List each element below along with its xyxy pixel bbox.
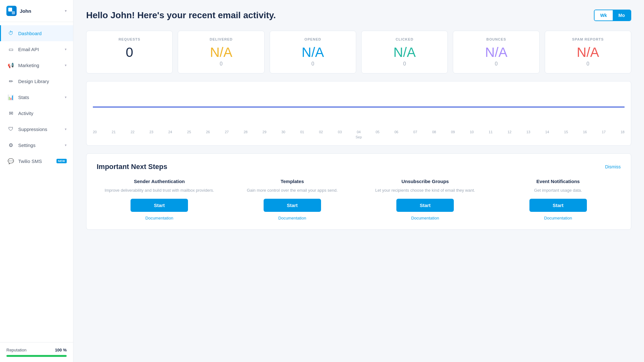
sidebar-item-email-api[interactable]: ▭Email API▾ [0,41,73,57]
nav-chevron-icon-stats: ▾ [65,95,67,99]
dismiss-button[interactable]: Dismiss [605,164,621,169]
stat-card-clicked: CLICKEDN/A0 [361,31,448,73]
stats-icon: 📊 [7,94,14,101]
step-title-unsubscribe-groups: Unsubscribe Groups [401,179,449,184]
chart-axis-label: 12 [507,130,511,134]
step-col-event-notifications: Event NotificationsGet important usage d… [496,179,621,220]
chart-axis-label: 23 [149,130,153,134]
chart-axis-label: 14 [545,130,549,134]
step-title-event-notifications: Event Notifications [536,179,580,184]
chart-axis-label: 02 [319,130,323,134]
stat-card-bounces: BOUNCESN/A0 [453,31,539,73]
step-col-unsubscribe-groups: Unsubscribe GroupsLet your recipients ch… [363,179,488,220]
chart-axis-label: 20 [93,130,97,134]
chart-x-axis: 2021222324252627282930010203040506070809… [93,127,625,134]
logo-icon [6,6,17,16]
step-doc-link-templates[interactable]: Documentation [278,216,306,220]
step-desc-unsubscribe-groups: Let your recipients choose the kind of e… [375,187,475,194]
step-desc-templates: Gain more control over the email your ap… [247,187,338,194]
chart-axis-label: 17 [602,130,606,134]
sidebar-item-suppressions[interactable]: 🛡Suppressions▾ [0,121,73,137]
main-content: Hello John! Here's your recent email act… [73,0,644,362]
stat-card-spam-reports: SPAM REPORTSN/A0 [545,31,631,73]
nav-chevron-icon-marketing: ▾ [65,63,67,67]
nav-chevron-icon-settings: ▾ [65,143,67,147]
next-steps-header: Important Next Steps Dismiss [97,163,621,171]
chart-svg [93,88,625,126]
stat-sub-opened: 0 [278,61,348,67]
page-title: Hello John! Here's your recent email act… [86,10,276,20]
stat-value-opened: N/A [278,46,348,59]
stat-label-bounces: BOUNCES [461,37,531,41]
chart-axis-label: 18 [621,130,625,134]
chart-axis-label: 30 [281,130,285,134]
twilio-sms-icon: 💬 [7,158,14,165]
step-title-templates: Templates [281,179,304,184]
sidebar-item-dashboard[interactable]: ⏱Dashboard [0,25,73,41]
next-steps-card: Important Next Steps Dismiss Sender Auth… [86,153,631,230]
steps-grid: Sender AuthenticationImprove deliverabil… [97,179,621,220]
step-start-button-sender-auth[interactable]: Start [131,199,188,212]
sidebar-item-label-stats: Stats [18,95,65,100]
step-start-button-templates[interactable]: Start [264,199,321,212]
chart-axis-label: 07 [413,130,417,134]
chart-axis-label: 11 [489,130,492,134]
sidebar-item-activity[interactable]: ✉Activity [0,105,73,121]
time-toggle: Wk Mo [594,10,631,21]
nav-chevron-icon-suppressions: ▾ [65,127,67,131]
stats-row: REQUESTS0DELIVEREDN/A0OPENEDN/A0CLICKEDN… [86,31,631,73]
step-col-templates: TemplatesGain more control over the emai… [230,179,355,220]
sidebar-item-label-twilio-sms: Twilio SMS [18,158,55,164]
reputation-pct: 100 % [55,348,67,352]
sidebar-logo[interactable]: John ▾ [0,0,73,22]
sidebar-item-label-dashboard: Dashboard [18,31,67,36]
stat-label-requests: REQUESTS [94,37,165,41]
dashboard-icon: ⏱ [7,30,14,37]
sidebar-footer: Reputation 100 % [0,342,73,362]
time-mo-button[interactable]: Mo [613,10,631,20]
stat-value-delivered: N/A [186,46,256,59]
chart-axis-label: 15 [564,130,568,134]
step-title-sender-auth: Sender Authentication [134,179,185,184]
chart-axis-label: 05 [376,130,379,134]
chart-axis-label: 03 [338,130,342,134]
sidebar-item-label-suppressions: Suppressions [18,127,65,132]
stat-value-spam-reports: N/A [553,46,623,59]
step-start-button-unsubscribe-groups[interactable]: Start [396,199,454,212]
step-doc-link-event-notifications[interactable]: Documentation [544,216,572,220]
time-wk-button[interactable]: Wk [595,10,613,20]
next-steps-title: Important Next Steps [97,163,167,171]
activity-icon: ✉ [7,110,14,117]
sidebar-item-label-settings: Settings [18,142,65,148]
step-desc-sender-auth: Improve deliverability and build trust w… [105,187,214,194]
chart-axis-label: 06 [394,130,398,134]
chart-axis-label: 01 [300,130,304,134]
sidebar-item-design-library[interactable]: ✏Design Library [0,73,73,89]
email-api-icon: ▭ [7,46,14,53]
stat-label-delivered: DELIVERED [186,37,256,41]
sidebar-item-marketing[interactable]: 📢Marketing▾ [0,57,73,73]
step-doc-link-unsubscribe-groups[interactable]: Documentation [411,216,439,220]
chart-axis-label: 22 [131,130,134,134]
sidebar-item-twilio-sms[interactable]: 💬Twilio SMSNEW [0,153,73,169]
stat-label-opened: OPENED [278,37,348,41]
page-header: Hello John! Here's your recent email act… [86,10,631,21]
stat-card-requests: REQUESTS0 [86,31,173,73]
sidebar-item-settings[interactable]: ⚙Settings▾ [0,137,73,153]
chart-axis-label: 24 [168,130,172,134]
step-doc-link-sender-auth[interactable]: Documentation [146,216,173,220]
reputation-progress-fill [6,355,67,357]
stat-sub-spam-reports: 0 [553,61,623,67]
reputation-label: Reputation [6,348,26,352]
chart-axis-label: 13 [526,130,530,134]
sidebar-nav: ⏱Dashboard▭Email API▾📢Marketing▾✏Design … [0,22,73,342]
chart-sep-label: Sep [93,135,625,139]
step-start-button-event-notifications[interactable]: Start [529,199,587,212]
nav-badge-twilio-sms: NEW [56,159,67,163]
stat-label-clicked: CLICKED [369,37,440,41]
stat-value-clicked: N/A [369,46,440,59]
chart-axis-label: 04 [357,130,361,134]
chart-axis-label: 21 [112,130,116,134]
chart-axis-label: 25 [187,130,191,134]
sidebar-item-stats[interactable]: 📊Stats▾ [0,89,73,105]
